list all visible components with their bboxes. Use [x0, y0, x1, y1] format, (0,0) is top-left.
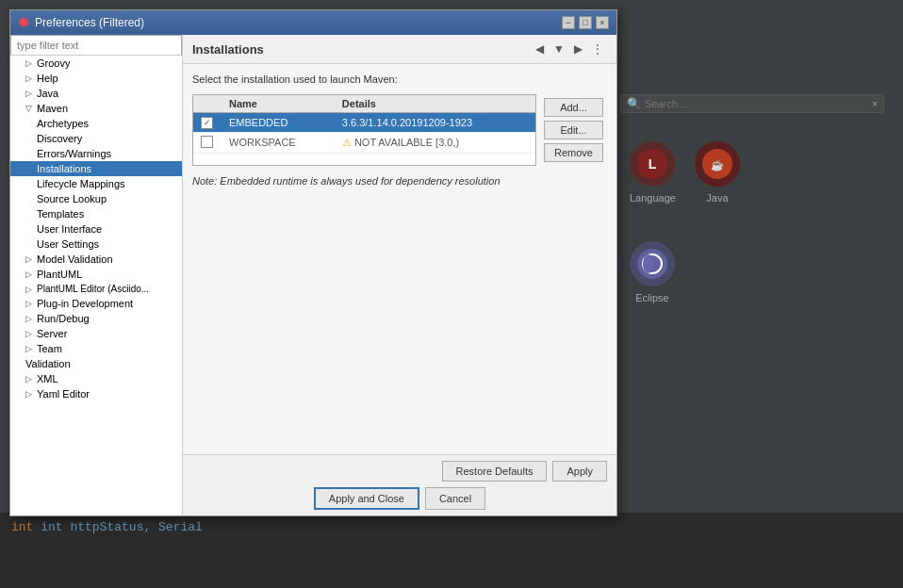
nav-more-button[interactable]: ⋮: [588, 41, 607, 57]
expand-icon: ▷: [25, 344, 35, 353]
minimize-button[interactable]: −: [562, 16, 575, 29]
tree-item-java[interactable]: ▷ Java: [10, 86, 182, 101]
expand-icon: ▷: [25, 299, 35, 308]
top-icons-row: L Language ☕ Java: [620, 122, 884, 222]
titlebar-left: ❋ Preferences (Filtered): [18, 15, 144, 30]
tree-item-source-lookup[interactable]: Source Lookup: [10, 191, 182, 206]
tree-item-errors-warnings[interactable]: Errors/Warnings: [10, 146, 182, 161]
table-row[interactable]: EMBEDDED 3.6.3/1.14.0.20191209-1923: [193, 113, 535, 133]
tree-label: Errors/Warnings: [37, 148, 111, 159]
expand-icon: ▷: [25, 285, 35, 294]
search-icon: 🔍: [627, 97, 641, 110]
cancel-button[interactable]: Cancel: [425, 487, 485, 510]
row-details: 3.6.3/1.14.0.20191209-1923: [335, 113, 535, 133]
java-label: Java: [706, 192, 728, 204]
tree-item-team[interactable]: ▷ Team: [10, 341, 182, 356]
tree-item-user-settings[interactable]: User Settings: [10, 237, 182, 252]
tree-item-templates[interactable]: Templates: [10, 206, 182, 221]
tree-item-groovy[interactable]: ▷ Groovy: [10, 56, 182, 71]
content-body: Select the installation used to launch M…: [183, 64, 616, 454]
nav-back-button[interactable]: ◀: [532, 41, 548, 57]
tree-item-validation[interactable]: Validation: [10, 356, 182, 371]
filter-input[interactable]: [10, 35, 182, 56]
remove-button[interactable]: Remove: [544, 143, 603, 162]
expand-icon: ▷: [25, 329, 35, 338]
tree-item-plugin-development[interactable]: ▷ Plug-in Development: [10, 296, 182, 311]
tree-item-xml[interactable]: ▷ XML: [10, 371, 182, 386]
apply-close-button[interactable]: Apply and Close: [314, 487, 419, 510]
close-button[interactable]: ×: [596, 16, 609, 29]
tree-item-model-validation[interactable]: ▷ Model Validation: [10, 252, 182, 267]
search-close-icon[interactable]: ×: [872, 99, 878, 109]
preferences-dialog: ❋ Preferences (Filtered) − □ × ▷ Groovy …: [9, 9, 617, 516]
svg-point-6: [643, 254, 654, 273]
tree-label: Yaml Editor: [37, 388, 90, 400]
tree-label: Team: [37, 343, 62, 354]
tree-item-plantuml-editor[interactable]: ▷ PlantUML Editor (Asciido...: [10, 282, 182, 296]
apply-button[interactable]: Apply: [552, 461, 607, 482]
tree-item-user-interface[interactable]: User Interface: [10, 221, 182, 237]
tree-label: User Interface: [37, 223, 102, 235]
maximize-button[interactable]: □: [579, 16, 592, 29]
section-label: Select the installation used to launch M…: [192, 74, 607, 85]
search-bar: 🔍 ×: [620, 94, 884, 113]
tree-label: XML: [37, 373, 58, 384]
row-checkbox[interactable]: [201, 117, 213, 129]
tree-label: Groovy: [37, 57, 70, 69]
tree-label: Installations: [37, 163, 91, 174]
eclipse-icon: [630, 241, 675, 286]
nav-forward-button[interactable]: ▶: [570, 41, 586, 57]
tree-label: Model Validation: [37, 253, 113, 265]
java-icon: ☕: [695, 141, 740, 187]
tree-item-discovery[interactable]: Discovery: [10, 131, 182, 146]
expand-icon: ▷: [25, 254, 35, 264]
tree-item-installations[interactable]: Installations: [10, 161, 182, 176]
tree-item-archetypes[interactable]: Archetypes: [10, 116, 182, 131]
footer-row1: Restore Defaults Apply: [192, 461, 607, 482]
tree-item-lifecycle-mappings[interactable]: Lifecycle Mappings: [10, 176, 182, 191]
tree-label: Plug-in Development: [37, 298, 133, 309]
header-nav: ◀ ▼ ▶ ⋮: [532, 41, 607, 57]
restore-defaults-button[interactable]: Restore Defaults: [442, 461, 548, 482]
edit-button[interactable]: Edit...: [544, 121, 603, 139]
code-area: int int httpStatus, Serial: [0, 513, 903, 588]
tree-label: Archetypes: [37, 118, 89, 129]
nav-dropdown-button[interactable]: ▼: [550, 41, 568, 57]
tree-label: Source Lookup: [37, 193, 107, 204]
tree-label: User Settings: [37, 238, 99, 250]
tree-item-help[interactable]: ▷ Help: [10, 71, 182, 86]
svg-text:L: L: [649, 156, 657, 172]
tree-item-run-debug[interactable]: ▷ Run/Debug: [10, 311, 182, 326]
java-icon-item[interactable]: ☕ Java: [695, 141, 740, 204]
tree-label: Run/Debug: [37, 313, 90, 324]
table-area: Name Details EMBEDDED 3: [192, 94, 607, 166]
expand-icon: ▷: [25, 374, 35, 384]
tree-label: Java: [37, 88, 58, 99]
row-details: ⚠ NOT AVAILABLE [3.0,): [335, 132, 535, 153]
col-checkbox: [193, 95, 222, 113]
row-checkbox-cell[interactable]: [193, 132, 222, 153]
tree-item-maven[interactable]: ▽ Maven: [10, 101, 182, 116]
search-input[interactable]: [645, 98, 868, 109]
add-button[interactable]: Add...: [544, 98, 603, 117]
row-checkbox-cell[interactable]: [193, 113, 222, 133]
tree-label: Maven: [37, 103, 68, 114]
table-row[interactable]: WORKSPACE ⚠ NOT AVAILABLE [3.0,): [193, 132, 535, 153]
footer-row2: Apply and Close Cancel: [192, 487, 607, 510]
dialog-title: Preferences (Filtered): [35, 16, 144, 29]
expand-icon: ▷: [25, 89, 35, 98]
tree-item-server[interactable]: ▷ Server: [10, 326, 182, 341]
tree-item-plantuml[interactable]: ▷ PlantUML: [10, 267, 182, 282]
content-title: Installations: [192, 42, 264, 57]
tree-item-yaml-editor[interactable]: ▷ Yaml Editor: [10, 386, 182, 401]
language-icon: L: [630, 141, 675, 187]
tree-label: Lifecycle Mappings: [37, 178, 125, 189]
tree-scroll[interactable]: ▷ Groovy ▷ Help ▷ Java ▽ Maven Archetype…: [10, 56, 182, 510]
row-checkbox[interactable]: [201, 136, 213, 148]
eclipse-icon-item[interactable]: Eclipse: [630, 241, 675, 303]
language-icon-item[interactable]: L Language: [630, 141, 676, 204]
expand-icon: ▷: [25, 74, 35, 83]
dialog-body: ▷ Groovy ▷ Help ▷ Java ▽ Maven Archetype…: [10, 35, 616, 515]
expand-icon: ▷: [25, 58, 35, 68]
language-label: Language: [630, 192, 676, 204]
